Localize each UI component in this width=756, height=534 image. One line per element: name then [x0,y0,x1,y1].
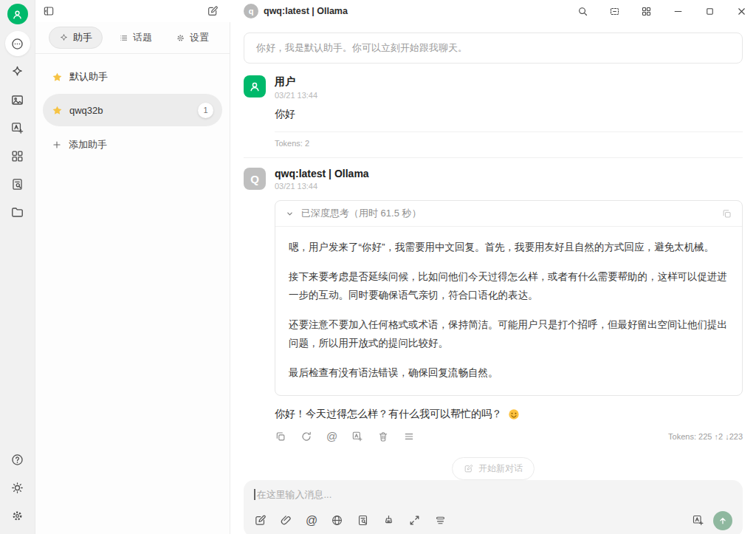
maximize-button[interactable] [703,4,717,18]
copy-button[interactable] [275,431,286,442]
maximize-icon [704,6,715,17]
nav-knowledge-button[interactable] [5,171,30,196]
settings-button[interactable] [5,503,30,528]
nav-agents-button[interactable] [5,59,30,84]
assistants-sidebar: 助手 话题 设置 默认助手 [35,22,230,534]
translate-icon [351,431,363,442]
plus-icon [52,140,62,150]
expand-input-button[interactable] [408,514,421,527]
assistant-answer: 你好！今天过得怎么样？有什么我可以帮忙的吗？ [275,408,743,421]
minimize-button[interactable] [671,4,685,18]
new-topic-button[interactable] [254,514,267,527]
expand-icon [408,514,421,527]
translate-input-button[interactable] [692,514,704,527]
attachment-icon [280,514,292,527]
window-title: qwq:latest | Ollama [264,6,348,16]
theme-toggle-button[interactable] [5,475,30,500]
nav-files-button[interactable] [5,199,30,225]
knowledge-base-button[interactable] [357,514,369,527]
attach-button[interactable] [280,514,292,527]
apps-grid-icon [10,149,24,163]
navigation-rail [0,0,35,534]
image-icon [10,93,24,107]
user-avatar[interactable] [7,4,28,24]
menu-icon [403,431,415,442]
panel-collapse-button[interactable] [41,4,56,18]
mention-icon: @ [326,431,337,442]
tab-assistants[interactable]: 助手 [49,27,103,49]
folder-icon [10,205,24,219]
assistant-message: Q qwq:latest | Ollama 03/21 13:44 已深度思考（… [244,168,743,442]
thinking-header-label: 已深度思考（用时 61.5 秒） [301,207,422,220]
answer-text: 你好！今天过得怎么样？有什么我可以帮忙的吗？ [275,408,502,421]
assistant-greeting: 你好，我是默认助手。你可以立刻开始跟我聊天。 [244,32,743,64]
mention-button[interactable]: @ [326,431,337,442]
sparkle-icon [59,33,69,43]
new-chat-label: 开始新对话 [478,462,523,475]
mention-icon: @ [306,515,317,527]
knowledge-icon [10,177,24,191]
help-button[interactable] [5,447,30,472]
assistant-item-label: 默认助手 [69,70,108,83]
tab-label: 话题 [133,31,152,44]
new-chat-icon-button[interactable] [205,4,220,18]
translate-button[interactable] [351,431,363,442]
tab-topics[interactable]: 话题 [111,27,159,49]
delete-button[interactable] [377,431,389,442]
send-button[interactable] [713,511,732,530]
model-selector[interactable]: q qwq:latest | Ollama [244,4,348,18]
search-icon [577,6,588,17]
clear-context-button[interactable] [434,514,447,527]
clear-context-icon [434,514,447,527]
mention-model-button[interactable]: @ [306,515,317,527]
message-sender-name: qwq:latest | Ollama [275,168,743,179]
send-icon [718,516,728,526]
assistant-item-default[interactable]: 默认助手 [43,63,222,91]
assistant-list: 默认助手 qwq32b 1 添加助手 [35,54,230,168]
message-actions: @ Tokens: 225 ↑2 ↓223 [275,431,743,442]
add-assistant-label: 添加助手 [69,138,107,151]
assistant-message-avatar: Q [244,168,266,190]
app-window: q qwq:latest | Ollama [0,0,756,534]
input-toolbar: @ [254,511,732,530]
app-launcher-button[interactable] [639,4,653,18]
thinking-paragraph: 最后检查有没有语法错误，确保回复流畅自然。 [289,364,729,383]
web-search-button[interactable] [331,514,343,527]
add-assistant-button[interactable]: 添加助手 [43,131,222,159]
search-button[interactable] [576,4,590,18]
knowledge-icon [357,514,369,527]
panel-collapse-icon [43,5,55,17]
user-message-avatar [244,75,266,97]
translate-icon [10,121,24,135]
tab-settings[interactable]: 设置 [168,27,216,49]
message-timestamp: 03/21 13:44 [275,182,743,191]
compose-icon [464,464,473,473]
apps-grid-icon [641,6,652,17]
more-button[interactable] [403,431,415,442]
close-button[interactable] [735,4,749,18]
copy-icon[interactable] [721,208,732,219]
nav-images-button[interactable] [5,87,30,112]
regenerate-button[interactable] [300,431,312,442]
nav-translate-button[interactable] [5,115,30,140]
input-placeholder: 在这里输入消息... [257,488,332,502]
new-chat-button[interactable]: 开始新对话 [452,457,535,480]
clear-messages-button[interactable] [382,514,395,527]
assistant-item-label: qwq32b [69,105,103,116]
mini-window-icon [609,6,620,17]
web-search-icon [331,514,343,527]
message-text: 你好 [275,108,743,121]
thinking-block-header[interactable]: 已深度思考（用时 61.5 秒） [275,201,742,227]
delete-icon [377,431,389,442]
translate-icon [692,514,704,527]
assistant-item-qwq32b[interactable]: qwq32b 1 [43,94,222,126]
sparkle-icon [10,65,24,79]
message-input[interactable]: 在这里输入消息... [254,488,732,502]
list-icon [119,33,128,43]
sidebar-tabs: 助手 话题 设置 [35,22,230,54]
user-avatar-icon [248,80,261,93]
mini-window-button[interactable] [608,4,622,18]
nav-chat-button[interactable] [5,31,30,56]
nav-apps-button[interactable] [5,143,30,168]
settings-gear-icon [176,33,185,43]
